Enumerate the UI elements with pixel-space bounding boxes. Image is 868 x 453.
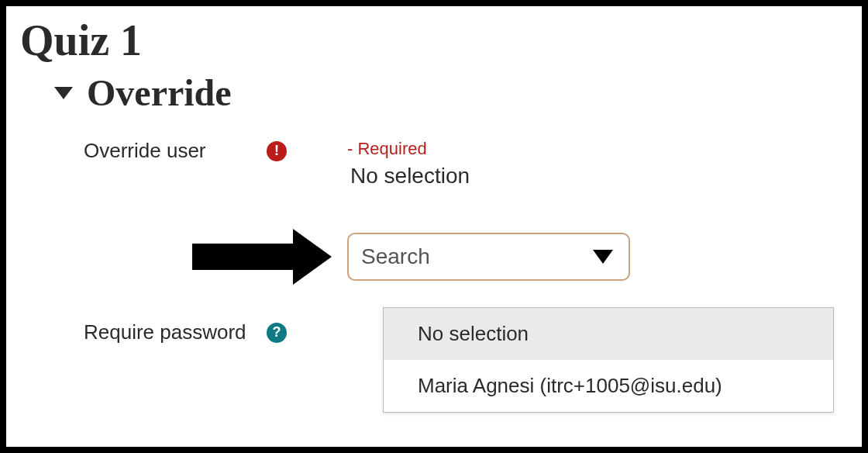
- override-user-field: - Required No selection: [301, 139, 862, 188]
- override-user-label: Override user: [84, 139, 206, 163]
- user-search-combobox[interactable]: [347, 233, 630, 281]
- callout-arrow: [6, 229, 347, 285]
- user-dropdown-panel: No selection Maria Agnesi (itrc+1005@isu…: [383, 307, 834, 413]
- section-header[interactable]: Override: [6, 65, 862, 114]
- help-icon[interactable]: ?: [267, 323, 287, 343]
- override-user-row: Override user ! - Required No selection: [6, 136, 862, 192]
- search-input[interactable]: [347, 233, 630, 281]
- required-text: - Required: [347, 139, 862, 159]
- require-password-label: Require password: [84, 320, 246, 344]
- section-title: Override: [87, 71, 232, 114]
- override-user-label-col: Override user !: [6, 139, 301, 163]
- arrow-icon: [192, 229, 332, 285]
- require-password-label-col: Require password ?: [6, 320, 301, 344]
- dropdown-option-user[interactable]: Maria Agnesi (itrc+1005@isu.edu): [384, 360, 833, 412]
- override-user-value: No selection: [347, 164, 862, 188]
- chevron-down-icon: [54, 87, 73, 99]
- search-row: [6, 229, 862, 285]
- dropdown-option-no-selection[interactable]: No selection: [384, 308, 833, 360]
- page-title: Quiz 1: [6, 6, 862, 65]
- required-icon: !: [267, 141, 287, 161]
